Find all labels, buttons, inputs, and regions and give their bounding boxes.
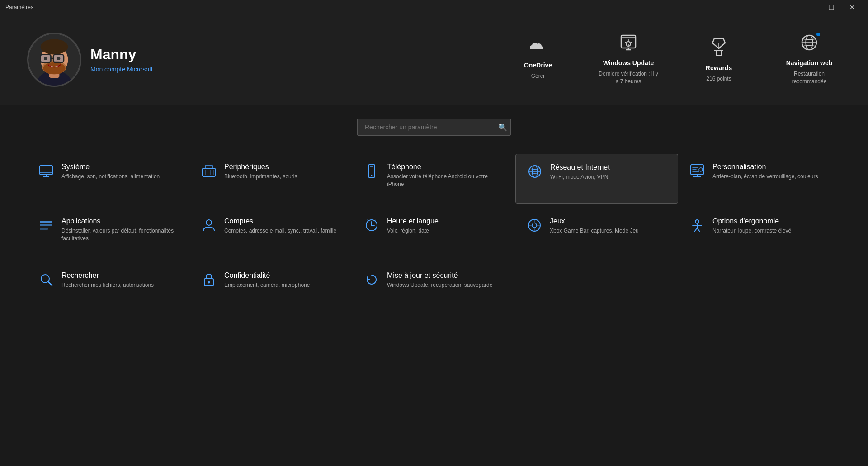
settings-desc-ergonomie: Narrateur, loupe, contraste élevé [712,227,791,235]
settings-item-jeux[interactable]: JeuxXbox Game Bar, captures, Mode Jeu [515,208,678,258]
settings-title-mise-a-jour: Mise à jour et sécurité [387,271,492,280]
settings-desc-personnalisation: Arrière-plan, écran de verrouillage, cou… [712,173,818,181]
svg-rect-26 [40,221,52,223]
settings-item-heure-langue[interactable]: Heure et langueVoix, région, date [353,208,515,258]
settings-item-systeme[interactable]: SystèmeAffichage, son, notifications, al… [27,154,190,204]
svg-point-29 [206,220,212,225]
settings-item-reseau[interactable]: Réseau et InternetWi-Fi, mode Avion, VPN [515,154,678,204]
settings-desc-peripheriques: Bluetooth, imprimantes, souris [224,173,297,181]
onedrive-link[interactable]: OneDrive Gérer [515,39,561,80]
search-input[interactable] [357,119,511,136]
svg-point-32 [532,223,537,228]
windows-update-title: Windows Update [603,59,654,67]
svg-point-5 [43,62,65,74]
windows-update-icon [619,33,637,56]
settings-desc-applications: Désinstaller, valeurs par défaut, foncti… [61,227,179,243]
comptes-icon [201,218,217,236]
settings-item-comptes[interactable]: ComptesComptes, adresse e-mail, sync., t… [190,208,353,258]
settings-item-applications[interactable]: ApplicationsDésinstaller, valeurs par dé… [27,208,190,258]
user-section: Manny Mon compte Microsoft [27,33,153,87]
settings-title-jeux: Jeux [550,217,639,225]
svg-point-21 [371,175,373,176]
svg-point-33 [695,220,699,223]
settings-desc-reseau: Wi-Fi, mode Avion, VPN [550,173,610,181]
applications-icon [38,218,54,236]
nav-web-badge [816,32,821,37]
heure-langue-icon [363,218,380,236]
navigation-web-icon [800,33,818,56]
reseau-icon [527,164,543,182]
rewards-sub: 216 points [706,75,731,83]
rewards-link[interactable]: Rewards 216 points [696,37,741,83]
confidentialite-icon [201,272,217,290]
search-button[interactable]: 🔍 [498,123,507,132]
personnalisation-icon [689,164,705,181]
settings-title-comptes: Comptes [224,217,336,225]
windows-update-link[interactable]: Windows Update Dernière vérification : i… [597,33,660,86]
settings-desc-jeux: Xbox Game Bar, captures, Mode Jeu [550,227,639,235]
navigation-web-title: Navigation web [786,59,833,67]
peripheriques-icon [201,164,217,181]
svg-point-25 [699,168,703,171]
settings-desc-confidentialite: Emplacement, caméra, microphone [224,281,310,289]
settings-title-heure-langue: Heure et langue [387,217,439,225]
search-box: 🔍 [357,119,511,136]
mise-a-jour-icon [363,272,380,290]
systeme-icon [38,164,54,181]
svg-rect-27 [40,224,52,226]
settings-desc-heure-langue: Voix, région, date [387,227,439,235]
settings-title-peripheriques: Périphériques [224,163,297,171]
onedrive-title: OneDrive [524,62,552,69]
restore-button[interactable]: ❐ [821,0,842,14]
user-name: Manny [90,46,153,63]
close-button[interactable]: ✕ [842,0,863,14]
header: Manny Mon compte Microsoft OneDrive Gére… [0,14,868,105]
navigation-web-link[interactable]: Navigation web Restauration recommandée [778,33,841,86]
settings-item-confidentialite[interactable]: ConfidentialitéEmplacement, caméra, micr… [190,262,353,312]
settings-desc-systeme: Affichage, son, notifications, alimentat… [61,173,160,181]
settings-title-ergonomie: Options d'ergonomie [712,217,791,225]
svg-point-6 [41,39,68,54]
svg-point-12 [44,57,47,60]
onedrive-icon [529,39,547,58]
settings-title-rechercher: Rechercher [61,271,154,280]
onedrive-sub: Gérer [531,72,545,80]
app-title: Paramètres [5,4,33,10]
settings-desc-rechercher: Rechercher mes fichiers, autorisations [61,281,154,289]
settings-desc-comptes: Comptes, adresse e-mail, sync., travail,… [224,227,336,235]
navigation-web-sub: Restauration recommandée [778,70,841,86]
svg-point-36 [208,281,210,284]
ergonomie-icon [689,218,705,236]
window-controls: — ❐ ✕ [800,0,863,14]
main-content: 🔍 SystèmeAffichage, son, notifications, … [0,105,868,326]
settings-item-peripheriques[interactable]: PériphériquesBluetooth, imprimantes, sou… [190,154,353,204]
settings-title-telephone: Téléphone [387,163,505,171]
settings-title-systeme: Système [61,163,160,171]
avatar [27,33,81,87]
svg-rect-18 [40,166,52,175]
quick-links: OneDrive Gérer Windows Update Dernière v… [515,33,841,86]
telephone-icon [363,164,380,181]
rewards-icon [710,37,728,61]
search-container: 🔍 [27,119,841,136]
settings-item-personnalisation[interactable]: PersonnalisationArrière-plan, écran de v… [678,154,841,204]
microsoft-account-link[interactable]: Mon compte Microsoft [90,66,153,73]
minimize-button[interactable]: — [800,0,821,14]
settings-item-mise-a-jour[interactable]: Mise à jour et sécuritéWindows Update, r… [353,262,515,312]
windows-update-sub: Dernière vérification : il y a 7 heures [597,70,660,86]
settings-desc-mise-a-jour: Windows Update, récupération, sauvegarde [387,281,492,289]
settings-item-telephone[interactable]: TéléphoneAssocier votre téléphone Androi… [353,154,515,204]
svg-rect-28 [40,228,48,230]
rewards-title: Rewards [706,64,732,71]
titlebar: Paramètres — ❐ ✕ [0,0,868,14]
settings-title-reseau: Réseau et Internet [550,163,610,171]
settings-grid: SystèmeAffichage, son, notifications, al… [27,154,841,312]
svg-rect-15 [716,50,722,56]
svg-point-13 [57,57,61,60]
settings-title-applications: Applications [61,217,179,225]
user-info: Manny Mon compte Microsoft [90,46,153,73]
jeux-icon [526,218,542,236]
settings-desc-telephone: Associer votre téléphone Android ou votr… [387,173,505,188]
settings-item-ergonomie[interactable]: Options d'ergonomieNarrateur, loupe, con… [678,208,841,258]
settings-item-rechercher[interactable]: RechercherRechercher mes fichiers, autor… [27,262,190,312]
